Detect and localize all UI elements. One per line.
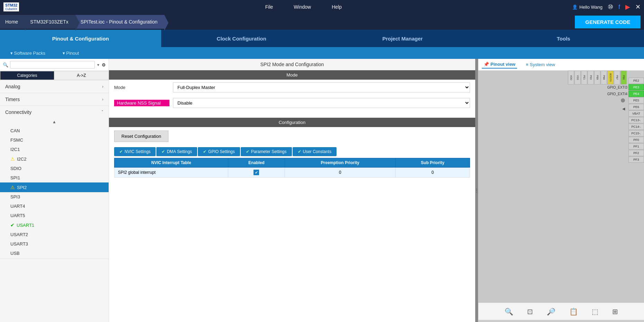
menu-file[interactable]: File <box>265 4 273 10</box>
panel-title: SPI2 Mode and Configuration <box>109 59 475 70</box>
sidebar: 🔍 ▼ ⚙ Categories A->Z Analog › Timers › <box>0 59 109 322</box>
mode-label: Mode <box>114 85 169 90</box>
sub-tab-pinout[interactable]: ▾ Pinout <box>59 49 82 57</box>
breadcrumb-file[interactable]: SPITest.ioc - Pinout & Configuration <box>75 15 165 29</box>
sidebar-item-spi3[interactable]: SPI3 <box>0 192 109 202</box>
pin-box-pe4-side[interactable]: PE4 <box>628 91 644 97</box>
pin-item-pc13: PC13-. <box>607 117 644 123</box>
usart3-label: USART3 <box>10 241 28 247</box>
fit-screen-button[interactable]: ⊡ <box>525 306 535 317</box>
config-tab-user-constants[interactable]: ✔ User Constants <box>293 147 337 156</box>
settings-icon[interactable]: ⚙ <box>102 62 106 68</box>
menu-help[interactable]: Help <box>332 4 342 10</box>
pin-box-pc15-side[interactable]: PC15-. <box>628 130 644 136</box>
breadcrumb-home[interactable]: Home <box>0 15 25 29</box>
config-tab-dma[interactable]: ✔ DMA Settings <box>156 147 197 156</box>
nvic-row-preemption: 0 <box>285 168 395 178</box>
scroll-up-arrow[interactable]: ▲ <box>0 118 109 125</box>
generate-code-button[interactable]: GENERATE CODE <box>575 16 641 28</box>
menu-window[interactable]: Window <box>294 4 311 10</box>
usb-label: USB <box>10 251 20 256</box>
right-tab-system[interactable]: ≡ System view <box>524 61 557 69</box>
pin-box-vbat-side[interactable]: VBAT <box>628 110 644 117</box>
top-pin-vdd: VDD <box>568 71 574 84</box>
pin-box-pf2-side[interactable]: PF2 <box>628 150 644 156</box>
nvic-row-enabled[interactable]: ✔ <box>228 168 285 178</box>
pin-label-pe4: GPIO_EXTI4 <box>607 92 627 96</box>
tab-tools[interactable]: Tools <box>483 30 644 47</box>
right-tab-pinout[interactable]: 📌 Pinout view <box>482 61 517 69</box>
tab-clock-config[interactable]: Clock Configuration <box>161 30 322 47</box>
panel-divider[interactable]: ⋮ <box>475 59 478 322</box>
i2c2-warn-icon: ⚠ <box>10 156 15 162</box>
pin-box-pb8[interactable]: PB8 <box>601 71 607 84</box>
sidebar-item-uart4[interactable]: UART4 <box>0 202 109 211</box>
sidebar-item-i2c2[interactable]: ⚠I2C2 <box>0 154 109 164</box>
search-input[interactable] <box>10 61 95 69</box>
gpio-tab-label: GPIO Settings <box>208 149 235 154</box>
grid-button[interactable]: ⊞ <box>610 306 620 317</box>
nvic-row-name: SPI2 global interrupt <box>114 168 228 178</box>
sidebar-item-spi2[interactable]: ⚠SPI2 <box>0 182 109 192</box>
sidebar-section-timers-header[interactable]: Timers › <box>0 93 109 106</box>
user-check-icon: ✔ <box>298 149 301 154</box>
pin-box-pf0-side[interactable]: PF0 <box>628 137 644 143</box>
sidebar-section-analog-header[interactable]: Analog › <box>0 80 109 93</box>
search-dropdown-icon[interactable]: ▼ <box>96 63 100 67</box>
sidebar-item-sdio[interactable]: SDIO <box>0 164 109 173</box>
pin-box-pf1-side[interactable]: PF1 <box>628 143 644 150</box>
reset-configuration-button[interactable]: Reset Configuration <box>114 131 168 142</box>
sidebar-section-connectivity-header[interactable]: Connectivity ˅ <box>0 106 109 118</box>
param-check-icon: ✔ <box>246 149 249 154</box>
sidebar-item-uart5[interactable]: UART5 <box>0 211 109 220</box>
sidebar-tab-categories[interactable]: Categories <box>0 71 54 80</box>
pin-box-pc13-side[interactable]: PC13-. <box>628 117 644 123</box>
pin-box-pe0[interactable]: PE0 <box>588 71 594 84</box>
sidebar-tab-az[interactable]: A->Z <box>54 71 109 80</box>
nss-select[interactable]: Disable <box>173 98 470 108</box>
sidebar-item-spi1[interactable]: SPI1 <box>0 173 109 182</box>
top-pin-pe0: PE0 <box>588 71 594 84</box>
sidebar-item-usb[interactable]: USB <box>0 249 109 258</box>
pin-box-pe1[interactable]: PE1 <box>581 71 587 84</box>
pin-box-pe3-side[interactable]: PE3 <box>628 84 644 90</box>
checkbox-checked-icon[interactable]: ✔ <box>254 170 259 175</box>
sidebar-item-usart1[interactable]: ✔USART1 <box>0 220 109 230</box>
config-tab-gpio[interactable]: ✔ GPIO Settings <box>198 147 240 156</box>
pin-box-pf3-side[interactable]: PF3 <box>628 156 644 163</box>
breadcrumb-device[interactable]: STM32F103ZETx <box>25 15 75 29</box>
tab-project-manager[interactable]: Project Manager <box>322 30 483 47</box>
pinout-toolbar: 🔍 ⊡ 🔎 📋 ⬚ ⊞ <box>478 303 644 320</box>
layout-button[interactable]: ⬚ <box>590 306 600 317</box>
nss-row: Hardware NSS Signal Disable <box>109 95 475 111</box>
pinout-tab-label: Pinout view <box>490 62 515 67</box>
pin-box-vdd[interactable]: VDD <box>568 71 574 84</box>
sidebar-item-usart2[interactable]: USART2 <box>0 230 109 239</box>
nvic-col-preemption: Preemption Priority <box>285 158 395 168</box>
pin-box-pe6-side[interactable]: PE6 <box>628 104 644 110</box>
config-tab-nvic[interactable]: ✔ NVIC Settings <box>114 147 156 156</box>
mode-select[interactable]: Full-Duplex Master <box>173 82 470 92</box>
pin-item-pf1: PF1 <box>607 143 644 150</box>
sidebar-item-i2c1[interactable]: I2C1 <box>0 145 109 154</box>
connectivity-items: CAN FSMC I2C1 ⚠I2C2 SDIO SPI1 ⚠SPI2 SPI3… <box>0 125 109 259</box>
sidebar-item-can[interactable]: CAN <box>0 126 109 135</box>
zoom-out-button[interactable]: 🔎 <box>545 306 557 317</box>
pin-box-vss[interactable]: VSS <box>574 71 581 84</box>
config-tab-parameter[interactable]: ✔ Parameter Settings <box>241 147 292 156</box>
pin-box-pc14-side[interactable]: PC14-. <box>628 124 644 130</box>
export-button[interactable]: 📋 <box>568 306 580 317</box>
pin-box-pe2-side[interactable]: PE2 <box>628 78 644 84</box>
pin-box-pe5-side[interactable]: PE5 <box>628 97 644 104</box>
table-row: SPI2 global interrupt ✔ 0 0 <box>114 168 470 178</box>
top-pin-vss: VSS <box>574 71 581 84</box>
usart1-label: USART1 <box>17 223 34 228</box>
sidebar-item-usart3[interactable]: USART3 <box>0 239 109 249</box>
connection-dot <box>621 98 625 102</box>
zoom-in-button[interactable]: 🔍 <box>503 306 515 317</box>
sub-tab-software-packs[interactable]: ▾ Software Packs <box>7 49 49 57</box>
tab-pinout-config[interactable]: Pinout & Configuration <box>0 30 161 47</box>
sidebar-section-connectivity: Connectivity ˅ ▲ CAN FSMC I2C1 ⚠I2C2 SDI… <box>0 106 109 259</box>
sidebar-item-fsmc[interactable]: FSMC <box>0 135 109 145</box>
pin-box-pb9[interactable]: PB9 <box>594 71 600 84</box>
